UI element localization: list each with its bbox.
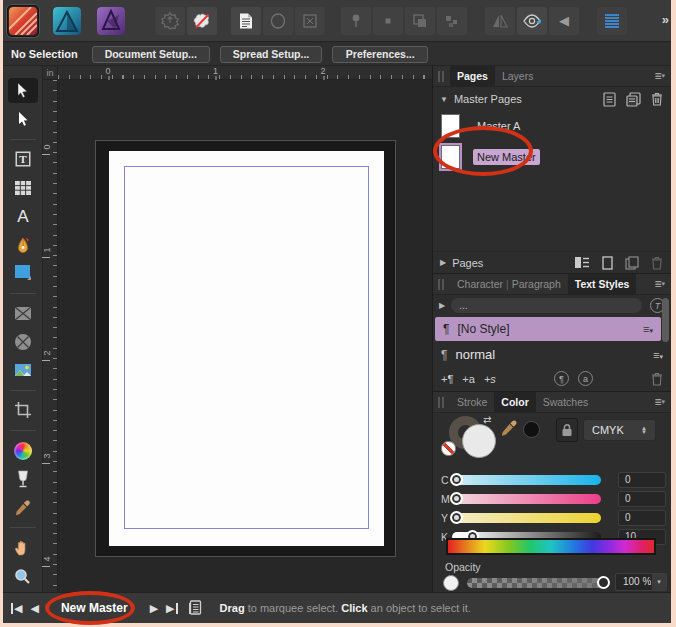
style-menu-icon[interactable]: ≡▾ — [653, 349, 663, 361]
master-a-thumbnail[interactable] — [441, 114, 460, 138]
opacity-slider[interactable] — [467, 578, 607, 588]
first-page-button[interactable]: ◀ — [11, 602, 22, 615]
tab-paragraph[interactable]: Paragraph — [509, 274, 568, 294]
master-pages-disclosure-icon[interactable]: ▼ — [440, 95, 448, 104]
tab-stroke[interactable]: Stroke — [450, 392, 494, 412]
cyan-value[interactable]: 0 — [618, 472, 666, 488]
toolbar-overflow-chevron[interactable]: » — [662, 12, 669, 27]
reapply-paragraph-style-button[interactable]: ¶ — [554, 371, 569, 386]
delete-style-button[interactable] — [651, 372, 663, 386]
next-page-button[interactable]: ▶ — [150, 602, 158, 615]
master-row-new[interactable]: New Master — [433, 145, 671, 169]
table-tool[interactable] — [8, 175, 38, 200]
filter-disclosure-icon[interactable]: ▶ — [439, 301, 445, 310]
style-name[interactable]: [No Style] — [457, 322, 643, 336]
tab-color[interactable]: Color — [494, 392, 535, 412]
lock-button[interactable] — [556, 418, 578, 442]
preview-mode-button[interactable] — [517, 7, 547, 35]
cyan-slider[interactable] — [452, 475, 601, 485]
color-mode-select[interactable]: CMYK ▲▼ — [583, 419, 656, 441]
add-paragraph-style-button[interactable]: +¶ — [441, 373, 453, 385]
picture-frame-ellipse-tool[interactable] — [8, 329, 38, 354]
add-character-style-button[interactable]: +a — [462, 373, 475, 385]
color-panel-menu-icon[interactable]: ≡▾ — [654, 395, 665, 409]
reapply-character-style-button[interactable]: a — [578, 371, 593, 386]
last-page-button[interactable]: ▶ — [166, 602, 177, 615]
frame-text-tool[interactable]: T — [8, 147, 38, 172]
no-fill-icon[interactable] — [441, 441, 456, 456]
preferences-button[interactable]: Preferences... — [332, 46, 428, 63]
pen-tool[interactable] — [8, 232, 38, 257]
color-picker-tool[interactable] — [8, 495, 38, 520]
delete-master-button[interactable] — [651, 92, 663, 107]
move-tool[interactable] — [8, 78, 38, 103]
publisher-persona-button[interactable] — [7, 5, 39, 37]
anchor-point-button[interactable] — [373, 7, 403, 35]
opacity-slider-handle[interactable] — [597, 576, 610, 589]
magenta-slider[interactable] — [452, 494, 601, 504]
panel-grip-icon[interactable] — [438, 279, 444, 290]
previous-page-button[interactable]: ◀ — [30, 602, 38, 615]
no-warp-button[interactable] — [187, 7, 217, 35]
place-image-tool[interactable] — [8, 357, 38, 382]
color-spectrum-bar[interactable] — [446, 538, 656, 555]
panel-grip-icon[interactable] — [438, 397, 444, 408]
tab-swatches[interactable]: Swatches — [536, 392, 596, 412]
spread-setup-button[interactable]: Spread Setup... — [220, 46, 322, 63]
add-group-style-button[interactable]: +s — [484, 373, 496, 385]
style-name[interactable]: normal — [455, 347, 653, 362]
delete-page-button[interactable] — [651, 256, 663, 270]
document-setup-button[interactable]: Document Setup... — [92, 46, 210, 63]
cyan-slider-handle[interactable] — [450, 473, 463, 486]
picture-frame-button[interactable] — [295, 7, 325, 35]
zoom-tool[interactable] — [8, 563, 38, 588]
current-page-label[interactable]: New Master — [61, 601, 128, 615]
scatter-button[interactable] — [437, 7, 467, 35]
add-spread-button[interactable] — [625, 256, 639, 270]
secondary-color-swatch[interactable] — [523, 421, 540, 438]
pin-button[interactable] — [341, 7, 371, 35]
designer-persona-button[interactable] — [51, 5, 83, 37]
page-detail-view-button[interactable] — [574, 256, 590, 269]
yellow-value[interactable]: 0 — [618, 510, 666, 526]
text-ruler-button[interactable] — [597, 7, 627, 35]
style-row-no-style[interactable]: ¶ [No Style] ≡▾ — [435, 317, 661, 341]
swap-colors-icon[interactable]: ⇄ — [483, 414, 491, 425]
rectangle-tool[interactable] — [8, 260, 38, 285]
new-master-thumbnail[interactable] — [441, 145, 460, 169]
magenta-slider-handle[interactable] — [450, 492, 463, 505]
style-menu-icon[interactable]: ≡▾ — [643, 323, 653, 335]
panel-grip-icon[interactable] — [438, 71, 444, 82]
tab-layers[interactable]: Layers — [495, 66, 541, 86]
pages-panel-menu-icon[interactable]: ≡▾ — [654, 69, 665, 83]
transparency-tool[interactable] — [8, 466, 38, 491]
tab-pages[interactable]: Pages — [450, 66, 495, 86]
badge-tool-button[interactable] — [155, 7, 185, 35]
add-page-button[interactable] — [602, 256, 613, 270]
add-master-button[interactable] — [603, 92, 616, 107]
fill-color-well[interactable] — [462, 424, 496, 458]
ruler-unit-label[interactable]: in — [43, 66, 58, 80]
duplicate-master-button[interactable] — [626, 92, 641, 107]
tab-text-styles[interactable]: Text Styles — [568, 274, 637, 294]
rotate-left-button[interactable]: ◀ — [549, 7, 579, 35]
group-button[interactable] — [405, 7, 435, 35]
pages-disclosure-icon[interactable]: ▶ — [440, 258, 446, 267]
master-a-label[interactable]: Master A — [473, 118, 524, 134]
artistic-text-tool[interactable]: A — [8, 203, 38, 228]
place-ellipse-button[interactable] — [263, 7, 293, 35]
style-row-normal[interactable]: ¶ normal ≡▾ — [433, 342, 671, 367]
styles-scrollbar-thumb[interactable] — [662, 298, 669, 342]
view-tool[interactable] — [8, 535, 38, 560]
vertical-ruler[interactable]: 01234 — [43, 80, 58, 592]
picture-frame-rectangle-tool[interactable] — [8, 301, 38, 326]
yellow-slider[interactable] — [452, 513, 601, 523]
master-page[interactable] — [109, 151, 384, 546]
new-master-label[interactable]: New Master — [473, 149, 540, 165]
fill-tool[interactable] — [8, 438, 38, 463]
master-row-a[interactable]: Master A — [433, 114, 671, 138]
page-list-icon[interactable] — [188, 600, 202, 616]
style-filter-field[interactable]: ... — [451, 298, 642, 313]
opacity-dropdown-icon[interactable]: ▾ — [651, 574, 666, 590]
opacity-color-swatch[interactable] — [443, 575, 459, 591]
